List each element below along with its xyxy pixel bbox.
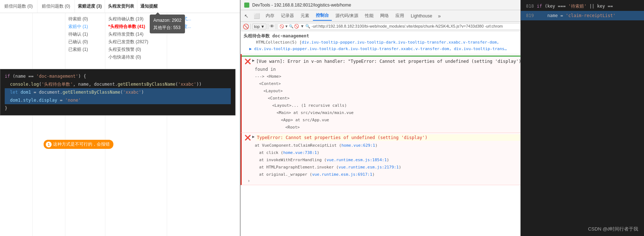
code-line-4: dom1.style.display = 'none': [5, 96, 231, 104]
error2-icon: ❌: [245, 134, 251, 141]
dt-separator-3: [276, 24, 276, 29]
log-prefix: 头程待合单数 doc-management: [243, 33, 309, 39]
right-code-panel: 818 if (key === '待索赔' || key == 819 name…: [520, 0, 644, 236]
devtools-favicon: [244, 3, 249, 8]
clear-console-btn[interactable]: 🚫: [243, 24, 249, 29]
right-code-line-2: 819 name = 'claim-receiptList': [521, 11, 644, 20]
error2-expand[interactable]: ▶: [252, 134, 255, 139]
tooltip-line1: Amazon: 2902: [153, 17, 181, 24]
ship-item-5[interactable]: 头程妥投预警 (0): [108, 46, 164, 53]
annotation-1-num: 1: [46, 142, 52, 147]
dt-tab-app[interactable]: 应用: [393, 11, 407, 20]
tooltip-popup: Amazon: 2902 其他平台: 553: [150, 15, 185, 33]
page-container: 赔偿问题数 (0) 赔偿问题数 (0) 索赔进度 (3) 头程发货列表 通知提醒: [0, 0, 644, 236]
dt-tab-perf[interactable]: 性能: [362, 11, 377, 20]
left-panel: 赔偿问题数 (0) 赔偿问题数 (0) 索赔进度 (3) 头程发货列表 通知提醒: [0, 0, 240, 236]
stat-col-3: 索赔进度 (3): [75, 0, 105, 13]
dt-separator-1: [250, 24, 251, 29]
right-code-line-1: 818 if (key === '待索赔' || key ==: [521, 1, 644, 11]
code-line-5: }: [5, 104, 231, 112]
filter-search-icon[interactable]: 🔍: [289, 24, 293, 28]
suojin-item-3[interactable]: 待确认 (1): [68, 30, 102, 38]
watermark: CSDN @∂时间行者于我: [588, 226, 638, 232]
dt-tab-memory[interactable]: 内存: [263, 11, 277, 20]
dt-tab-source[interactable]: 源代码/来源: [333, 11, 361, 20]
dt-tab-elements[interactable]: 元素: [298, 11, 312, 20]
suojin-item-5[interactable]: 已索赔 (1): [68, 46, 102, 53]
dt-icon-cursor[interactable]: ↖: [242, 13, 251, 19]
empty-col-1: [0, 13, 33, 236]
tooltip-line2: 其他平台: 553: [153, 24, 181, 31]
notify-col: 物流方式... 索赔进度...: [167, 13, 204, 236]
dt-tab-lighthouse[interactable]: Lighthouse: [408, 12, 435, 20]
suojin-item-1[interactable]: 待索赔 (0): [68, 15, 102, 23]
filter-arrow[interactable]: ▼: [285, 24, 288, 28]
devtools-panel: DevTools - 192.168.8.182:8012/logistics-…: [240, 0, 644, 236]
stat-col-4: 头程发货列表: [105, 0, 137, 13]
code-line-2: console.log('头程待合单数', name, document.get…: [5, 80, 231, 88]
dt-icon-device[interactable]: ⬜: [251, 13, 262, 19]
stat-col-5: 通知提醒: [137, 0, 161, 13]
dt-tab-recorder[interactable]: 记录器: [278, 11, 297, 20]
dt-tab-more[interactable]: »: [436, 12, 443, 20]
stat-col-2: 赔偿问题数 (0): [37, 0, 75, 13]
error1-expand[interactable]: ▶: [252, 58, 255, 63]
ship-item-6[interactable]: 小包快递待发 (0): [108, 53, 164, 61]
ship-item-4[interactable]: 头程已发货数 (2827): [108, 38, 164, 46]
error1-icon: ❌: [245, 58, 251, 65]
code-line-1: if (name == 'doc-management') {: [5, 72, 231, 80]
annotation-1-text: 这种方式是不可行的，会报错: [53, 141, 110, 147]
top-dropdown[interactable]: top ▼: [252, 24, 266, 29]
suojin-item-2[interactable]: 索赔中 (1): [68, 23, 102, 30]
code-block: if (name == 'doc-management') { console.…: [0, 69, 236, 115]
dt-tab-console[interactable]: 控制台: [313, 11, 332, 21]
code-line-3: let dom1 = document.getElementsByClassNa…: [5, 88, 231, 96]
devtools-title: DevTools - 192.168.8.182:8012/logistics-…: [252, 3, 351, 8]
suojin-col: 待索赔 (0) 索赔中 (1) 待确认 (1) 已确认 (0) 已索赔 (1): [65, 13, 105, 236]
shipping-col: 头程待确认数 (19) *头程待合单数 (41) 头程待发货数 (14) 头程已…: [105, 13, 167, 236]
main-area: 赔偿问题数 (0) 赔偿问题数 (0) 索赔进度 (3) 头程发货列表 通知提醒: [0, 0, 644, 236]
empty-col-2: [33, 13, 65, 236]
stat-col-1: 赔偿问题数 (0): [0, 0, 37, 13]
dt-tab-network[interactable]: 网络: [377, 11, 392, 20]
eye-icon[interactable]: 👁: [270, 24, 274, 29]
filter-clear-icon[interactable]: 🚫: [279, 24, 284, 28]
annotation-1: 1 这种方式是不可行的，会报错: [44, 140, 113, 149]
dt-separator-2: [268, 24, 268, 29]
suojin-item-4[interactable]: 已确认 (0): [68, 38, 102, 46]
